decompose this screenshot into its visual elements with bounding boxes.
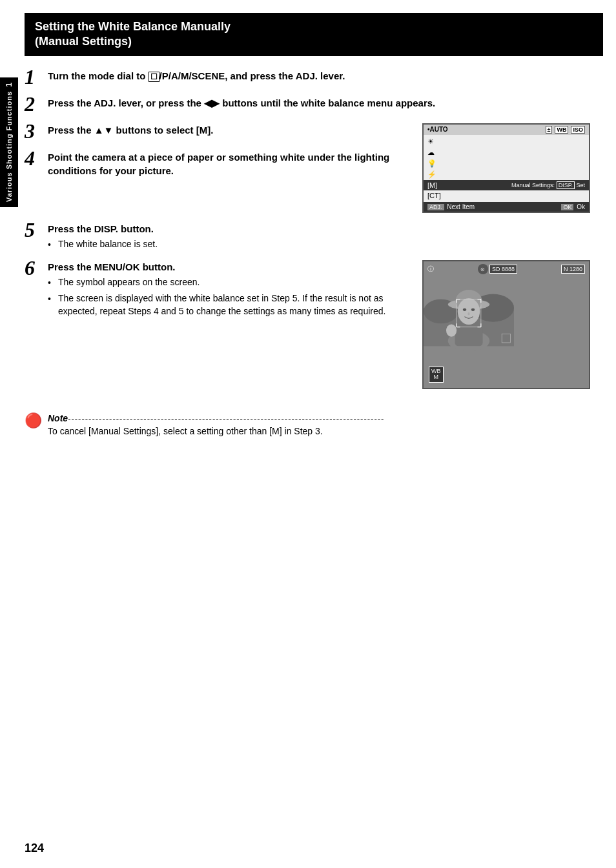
side-tab-number: 1	[5, 83, 14, 87]
n-badge: N 1280	[561, 265, 585, 274]
portrait-illustration	[424, 261, 514, 361]
camera-icon-wb: WB	[555, 126, 568, 134]
step-1-text: Turn the mode dial to ☐/P/A/M/SCENE, and…	[48, 69, 603, 83]
step-5-bullet-text: The white balance is set.	[58, 238, 158, 251]
note-section: 🔴 Note----------------------------------…	[25, 409, 603, 436]
note-text: To cancel [Manual Settings], select a se…	[48, 426, 603, 436]
steps-3-4-text: 3 Press the ▲▼ buttons to select [M]. 4 …	[25, 123, 409, 187]
step-4: 4 Point the camera at a piece of paper o…	[25, 150, 409, 177]
camera-screen2-left-icons: ⓘ	[427, 264, 434, 274]
note-content: Note------------------------------------…	[48, 412, 603, 436]
step-6-bullet-2: • The screen is displayed with the white…	[48, 292, 409, 318]
step-5: 5 Press the DISP. button. • The white ba…	[25, 222, 603, 252]
camera-info-icon: ⓘ	[427, 265, 434, 274]
note-dashes: ----------------------------------------…	[68, 414, 384, 423]
camera-auto-label: •AUTO	[427, 126, 448, 133]
camera-screen-1: •AUTO ± WB ISO ☀ ☁ 💡 ⚡ [M] M	[422, 123, 590, 213]
svg-point-11	[467, 312, 469, 315]
step-5-bullet: • The white balance is set.	[48, 238, 603, 252]
camera-ok-label: OK Ok	[561, 203, 585, 210]
sd-badge: SD 8888	[489, 265, 517, 274]
side-tab-text: Various Shooting Functions	[5, 91, 13, 202]
step-1: 1 Turn the mode dial to ☐/P/A/M/SCENE, a…	[25, 69, 603, 87]
wb-badge-line2: M	[434, 374, 439, 380]
camera-icon-exposure: ±	[546, 126, 553, 134]
step-number-1: 1	[25, 66, 48, 87]
camera-disp-set: DISP.	[557, 181, 575, 189]
camera-adj-label: ADJ. Next Item	[427, 203, 475, 210]
step-6: 6 Press the MENU/OK button. • The symbol…	[25, 260, 409, 318]
step-3-text: Press the ▲▼ buttons to select [M].	[48, 123, 409, 137]
camera-menu-list: ☀ ☁ 💡 ⚡ [M] Manual Settings: DISP. Set […	[424, 135, 589, 202]
step-6-bullet-1: • The symbol appears on the screen.	[48, 276, 409, 290]
header-title-line2: (Manual Settings)	[35, 35, 132, 48]
bullet-dot-6b: •	[48, 293, 58, 306]
note-icon: 🔴	[25, 412, 43, 429]
step-6-text: Press the MENU/OK button.	[48, 260, 409, 274]
camera-manual-settings-label: Manual Settings: DISP. Set	[511, 182, 585, 188]
camera-screen-2: ⓘ ⊙ SD 8888 N 1280	[422, 260, 590, 389]
camera-bottom-bar: ADJ. Next Item OK Ok	[424, 202, 589, 212]
header-title-line1: Setting the White Balance Manually	[35, 20, 231, 33]
page-number: 124	[25, 842, 44, 855]
note-header: Note------------------------------------…	[48, 412, 603, 423]
camera-icon-iso: ISO	[571, 126, 585, 134]
step-number-6: 6	[25, 257, 48, 278]
step-6-row: 6 Press the MENU/OK button. • The symbol…	[25, 260, 603, 389]
step-number-2: 2	[25, 94, 48, 114]
camera-menu-incandescent: 💡	[424, 158, 589, 169]
bullet-dot-5: •	[48, 239, 58, 252]
note-label: Note	[48, 413, 68, 423]
camera-m-label: [M]	[427, 181, 437, 189]
step-5-content: Press the DISP. button. • The white bala…	[48, 222, 603, 252]
wb-m-badge: WB M	[429, 367, 444, 383]
svg-point-8	[458, 298, 480, 325]
step-5-text: Press the DISP. button.	[48, 222, 603, 236]
camera-lens-icon: ⊙	[478, 264, 488, 274]
svg-point-9	[463, 308, 466, 311]
step-4-text: Point the camera at a piece of paper or …	[48, 150, 409, 177]
step-2-text: Press the ADJ. lever, or press the ◀▶ bu…	[48, 96, 603, 110]
step-number-3: 3	[25, 121, 48, 141]
camera-icons-right: ± WB ISO	[546, 126, 585, 134]
svg-point-10	[471, 308, 475, 311]
camera-screen2-center-icons: ⊙ SD 8888	[478, 264, 517, 274]
camera-screen-1-container: •AUTO ± WB ISO ☀ ☁ 💡 ⚡ [M] M	[422, 123, 603, 213]
side-tab: 1 Various Shooting Functions	[0, 77, 18, 207]
svg-point-12	[446, 325, 457, 337]
camera-screen2-right-icons: N 1280	[561, 264, 585, 274]
main-content: Setting the White Balance Manually (Manu…	[25, 13, 603, 462]
step-6-text-col: 6 Press the MENU/OK button. • The symbol…	[25, 260, 409, 327]
step-6-content: Press the MENU/OK button. • The symbol a…	[48, 260, 409, 318]
camera-menu-cloud: ☁	[424, 147, 589, 158]
wb-badge-line1: WB	[431, 368, 441, 374]
svg-rect-5	[455, 322, 482, 347]
step-2: 2 Press the ADJ. lever, or press the ◀▶ …	[25, 96, 603, 114]
step-3: 3 Press the ▲▼ buttons to select [M].	[25, 123, 409, 141]
step-number-5: 5	[25, 219, 48, 240]
step-6-bullet-1-text: The symbol appears on the screen.	[58, 276, 200, 289]
steps-3-4-row: 3 Press the ▲▼ buttons to select [M]. 4 …	[25, 123, 603, 213]
section-header: Setting the White Balance Manually (Manu…	[25, 13, 603, 56]
camera-top-bar: •AUTO ± WB ISO	[424, 125, 589, 135]
camera-menu-auto: ☀	[424, 136, 589, 147]
camera-screen2-top: ⓘ ⊙ SD 8888 N 1280	[424, 264, 589, 274]
camera-screen-2-container: ⓘ ⊙ SD 8888 N 1280	[422, 260, 603, 389]
step-6-bullet-2-text: The screen is displayed with the white b…	[58, 292, 409, 318]
camera-menu-ct: [CT]	[424, 190, 589, 201]
bullet-dot-6a: •	[48, 277, 58, 290]
camera-menu-m-selected: [M] Manual Settings: DISP. Set	[424, 180, 589, 190]
step-number-4: 4	[25, 148, 48, 168]
camera-menu-fluor: ⚡	[424, 169, 589, 180]
